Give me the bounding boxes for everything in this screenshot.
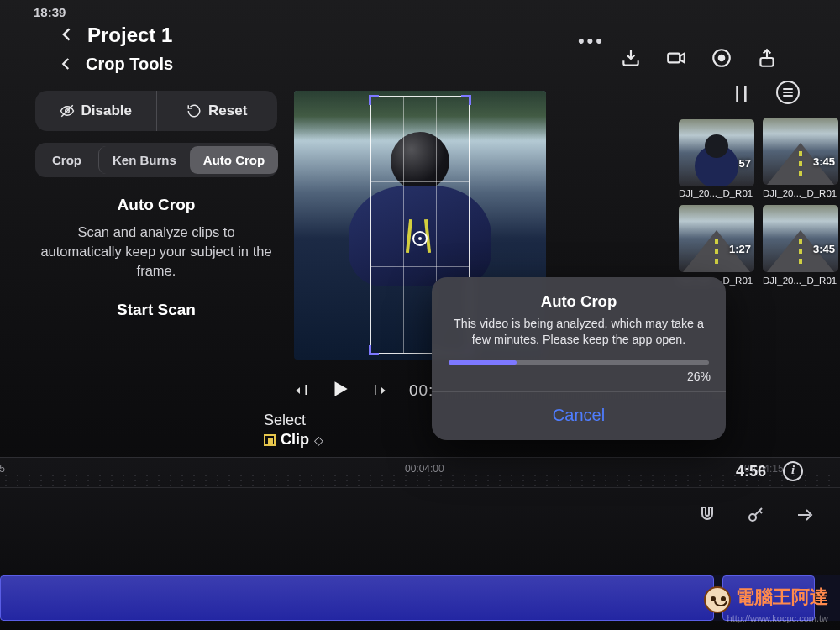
- seg-kenburns[interactable]: Ken Burns: [98, 146, 190, 174]
- status-time: 18:39: [34, 5, 66, 19]
- clip-name: DJI_20..._D_R01: [679, 185, 754, 198]
- media-clip[interactable]: 1:57 DJI_20..._D_R01: [679, 118, 754, 198]
- crop-mode-segment: Crop Ken Burns Auto Crop: [35, 143, 277, 177]
- header-row-2: Crop Tools: [59, 50, 173, 77]
- panel-title: Crop Tools: [86, 55, 173, 74]
- clip-icon: [264, 434, 276, 446]
- header-row-1: Project 1: [59, 22, 172, 49]
- autocrop-description: Scan and analyze clips to automatically …: [35, 223, 277, 281]
- display-options-button[interactable]: [776, 81, 800, 104]
- camera-icon[interactable]: [665, 47, 687, 69]
- ruler-tick: .5: [0, 463, 5, 475]
- select-label: Select: [264, 412, 323, 429]
- reset-icon: [186, 103, 202, 118]
- top-toolbar: [620, 47, 778, 69]
- watermark-url: http://www.kocpc.com.tw: [704, 613, 828, 623]
- clip-selector[interactable]: Clip ◇: [264, 431, 323, 449]
- timeline-duration: 4:56: [736, 463, 766, 480]
- ruler-tick: 00:04:00: [405, 463, 444, 475]
- step-forward-button[interactable]: I: [373, 383, 386, 398]
- svg-rect-4: [760, 58, 773, 66]
- crop-handle-tr[interactable]: [461, 95, 471, 105]
- svg-rect-0: [668, 54, 680, 63]
- transport-controls: I I 00:: [294, 378, 433, 403]
- project-title[interactable]: Project 1: [87, 24, 172, 47]
- seg-autocrop[interactable]: Auto Crop: [190, 146, 278, 174]
- media-clip[interactable]: 1:27 DJI_20..._D_R01: [679, 205, 754, 286]
- svg-point-10: [749, 514, 756, 521]
- watermark-avatar-icon: [704, 586, 731, 613]
- timeline-clip[interactable]: [0, 575, 714, 621]
- clip-name: DJI_20..._D_R01: [763, 272, 838, 286]
- disable-button[interactable]: Disable: [35, 91, 157, 131]
- timeline-tools: [697, 505, 815, 525]
- progress-fill: [449, 360, 517, 365]
- disable-label: Disable: [81, 102, 132, 119]
- share-icon[interactable]: [756, 47, 778, 69]
- panel-back-button[interactable]: [59, 50, 74, 77]
- play-button[interactable]: [329, 378, 351, 403]
- svg-marker-7: [296, 387, 300, 394]
- timecode-display: 00:: [409, 381, 433, 400]
- dialog-title: Auto Crop: [445, 292, 712, 311]
- cancel-button[interactable]: Cancel: [445, 392, 712, 440]
- media-clip[interactable]: 3:45 DJI_20..._D_R01: [763, 205, 838, 286]
- pause-icon[interactable]: ||: [735, 83, 751, 102]
- timeline-ruler[interactable]: .5 00:04:00 00:04:15 4:56 i: [0, 458, 840, 488]
- reset-label: Reset: [208, 102, 247, 119]
- start-scan-button[interactable]: Start Scan: [35, 301, 277, 319]
- watermark: 電腦王阿達 http://www.kocpc.com.tw: [704, 585, 828, 623]
- svg-point-3: [719, 55, 725, 61]
- magnet-icon[interactable]: [697, 505, 717, 525]
- reset-button[interactable]: Reset: [157, 91, 278, 131]
- select-row: Select Clip ◇: [264, 412, 323, 449]
- media-clip[interactable]: 3:45 DJI_20..._D_R01: [763, 118, 838, 198]
- autocrop-progress-dialog: Auto Crop This video is being analyzed, …: [432, 277, 726, 440]
- chevron-updown-icon: ◇: [314, 433, 323, 447]
- info-icon[interactable]: i: [783, 461, 803, 481]
- crop-handle-bl[interactable]: [369, 345, 379, 355]
- progress-percent: 26%: [445, 368, 712, 391]
- back-button[interactable]: [59, 22, 76, 49]
- media-library: 1:57 DJI_20..._D_R01 3:45 DJI_20..._D_R0…: [679, 118, 840, 292]
- crop-handle-tl[interactable]: [369, 95, 379, 105]
- import-icon[interactable]: [620, 47, 642, 69]
- tracking-marker[interactable]: [412, 231, 428, 246]
- watermark-text: 電腦王阿達: [736, 586, 828, 607]
- app-root: 18:39 Project 1 Crop Tools ••• ||: [0, 0, 840, 630]
- viewer-toolbar: ||: [735, 81, 800, 104]
- clip-selector-label: Clip: [281, 431, 309, 449]
- svg-marker-8: [335, 381, 348, 396]
- svg-marker-1: [680, 54, 684, 63]
- voiceover-icon[interactable]: [711, 47, 732, 69]
- key-icon[interactable]: [746, 505, 766, 525]
- svg-marker-9: [381, 387, 386, 394]
- progress-bar: [449, 360, 709, 365]
- step-back-button[interactable]: I: [294, 383, 307, 398]
- crop-actions: Disable Reset: [35, 91, 277, 131]
- more-button[interactable]: •••: [578, 30, 605, 52]
- eye-off-icon: [60, 103, 75, 118]
- dialog-body: This video is being analyzed, which may …: [445, 316, 712, 349]
- seg-crop[interactable]: Crop: [39, 146, 95, 174]
- clip-name: DJI_20..._D_R01: [763, 185, 838, 198]
- autocrop-heading: Auto Crop: [35, 196, 277, 214]
- arrow-right-icon[interactable]: [795, 505, 815, 525]
- inspector-panel: Disable Reset Crop Ken Burns Auto Crop A…: [35, 91, 277, 319]
